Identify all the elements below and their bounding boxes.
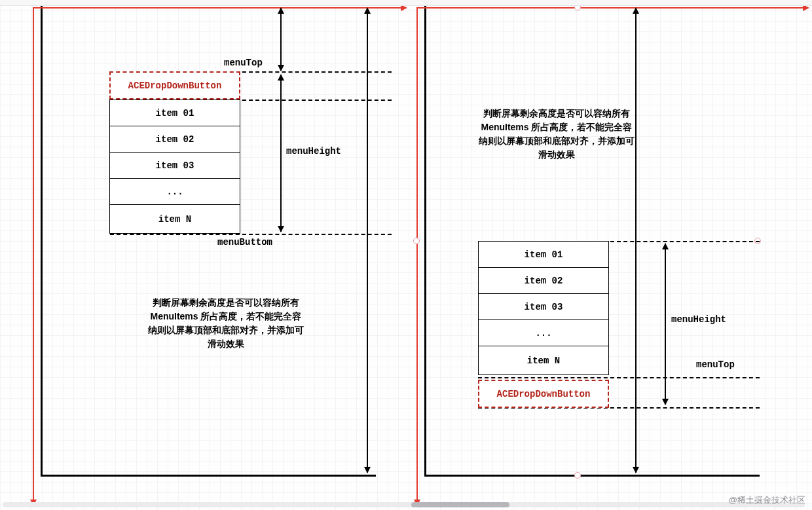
right-red-horizontal-axis bbox=[416, 7, 808, 9]
left-menu-item-2[interactable]: item 02 bbox=[109, 126, 240, 153]
left-menu-item-3[interactable]: item 03 bbox=[109, 152, 240, 179]
right-label-menuheight: menuHeight bbox=[671, 314, 726, 325]
horizontal-scrollbar-track[interactable] bbox=[3, 502, 805, 507]
right-frame-left-edge bbox=[424, 5, 426, 477]
left-arrow-menuheight bbox=[280, 75, 282, 232]
right-menu-item-ellipsis[interactable]: ... bbox=[478, 319, 609, 346]
left-menu-item-n[interactable]: item N bbox=[109, 204, 240, 234]
horizontal-scrollbar-thumb[interactable] bbox=[411, 502, 509, 507]
right-menu-item-1[interactable]: item 01 bbox=[478, 241, 609, 268]
left-label-menuheight: menuHeight bbox=[286, 146, 341, 156]
left-red-horizontal-axis bbox=[33, 7, 406, 9]
right-arrow-available bbox=[635, 8, 637, 473]
right-dashed-above-button bbox=[478, 377, 760, 378]
right-arrow-menuheight bbox=[665, 244, 666, 405]
right-frame-bottom-edge bbox=[424, 475, 760, 477]
editor-top-bar bbox=[0, 0, 812, 6]
anchor-left[interactable] bbox=[413, 238, 420, 244]
left-dashed-menubottom bbox=[110, 234, 392, 235]
right-menu-item-2[interactable]: item 02 bbox=[478, 267, 609, 294]
left-menu-item-1[interactable]: item 01 bbox=[109, 100, 240, 126]
left-arrow-menutop bbox=[280, 8, 282, 71]
left-description: 判断屏幕剩余高度是否可以容纳所有 MenuItems 所占高度，若不能完全容 纳… bbox=[134, 296, 318, 351]
right-menu-item-n[interactable]: item N bbox=[478, 346, 609, 375]
left-arrow-available bbox=[367, 8, 368, 473]
anchor-bottom[interactable] bbox=[574, 472, 581, 479]
watermark: @稀土掘金技术社区 bbox=[729, 494, 805, 506]
left-ace-dropdown-button[interactable]: ACEDropDownButton bbox=[109, 71, 240, 100]
left-frame-bottom-edge bbox=[41, 475, 376, 477]
left-ace-button-label: ACEDropDownButton bbox=[128, 81, 222, 91]
left-label-menutop: menuTop bbox=[224, 58, 263, 68]
right-label-menutop: menuTop bbox=[696, 359, 735, 370]
left-label-menubottom: menuButtom bbox=[217, 237, 272, 247]
right-ace-dropdown-button[interactable]: ACEDropDownButton bbox=[478, 380, 609, 408]
right-menu-item-3[interactable]: item 03 bbox=[478, 293, 609, 320]
left-red-vertical-axis bbox=[33, 7, 34, 505]
right-ace-button-label: ACEDropDownButton bbox=[497, 389, 591, 399]
right-red-vertical-axis bbox=[416, 7, 418, 505]
left-frame-left-edge bbox=[41, 5, 43, 477]
right-description: 判断屏幕剩余高度是否可以容纳所有 MenuItems 所占高度，若不能完全容 纳… bbox=[465, 107, 648, 162]
left-menu-item-ellipsis[interactable]: ... bbox=[109, 178, 240, 205]
